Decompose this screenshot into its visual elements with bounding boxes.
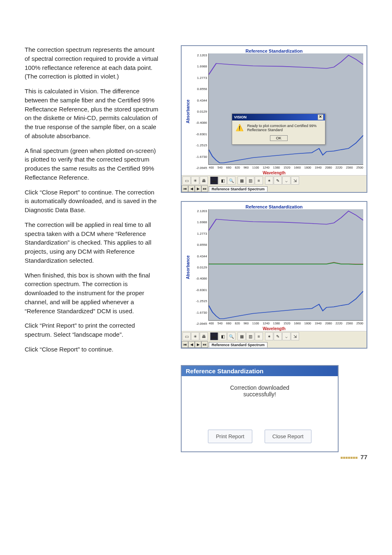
x-tick: 2500 xyxy=(356,166,363,169)
chart-area: 400 540 680 820 960 1100 1240 1380 1520 … xyxy=(208,53,363,165)
y-tick: 0.8558 xyxy=(192,87,207,91)
x-tick: 1100 xyxy=(252,321,259,325)
x-tick: 1800 xyxy=(304,321,311,325)
body-text-column: The correction spectrum represents the a… xyxy=(25,45,160,360)
paragraph: When finished, this box is shown with th… xyxy=(25,271,160,316)
figures-column: Reference Standardization Absorbance 2.1… xyxy=(181,45,367,452)
x-tick: 1380 xyxy=(273,166,280,169)
sheet-tab[interactable]: Reference Standard Spectrum xyxy=(209,342,267,347)
y-tick: -1.2515 xyxy=(192,299,207,303)
y-tick: 0.0129 xyxy=(192,110,207,113)
print-icon[interactable]: 🖶 xyxy=(200,332,208,340)
dialog-message: Ready to plot correction and Certified 9… xyxy=(247,124,322,132)
y-tick: -0.8301 xyxy=(192,132,207,136)
y-tick: 0.4344 xyxy=(192,99,207,102)
y-tick: 0.0129 xyxy=(192,266,207,269)
snowflake-icon[interactable]: ✳ xyxy=(191,176,199,185)
print-report-button[interactable]: Print Report xyxy=(208,430,252,443)
sheet-tab-row: ⏮ ◀ ▶ ⏭ Reference Standard Spectrum xyxy=(182,341,367,348)
dialog-title: VISION xyxy=(234,115,247,119)
x-tick: 1800 xyxy=(304,166,311,169)
x-tick: 1100 xyxy=(252,166,259,169)
y-ticks: 2.1203 1.6988 1.2773 0.8558 0.4344 0.012… xyxy=(191,53,208,170)
y-tick: -1.6730 xyxy=(192,311,207,314)
contrast-icon[interactable]: ◧ xyxy=(219,176,227,185)
ok-button[interactable]: OK xyxy=(270,135,288,141)
select-icon[interactable]: ▭ xyxy=(182,332,191,340)
bars-icon[interactable]: ▥ xyxy=(246,332,254,340)
grid-icon[interactable]: ▦ xyxy=(238,176,246,185)
status-line: successfully! xyxy=(243,391,276,398)
fill-icon[interactable]: ▬ xyxy=(210,176,218,185)
x-tick: 2360 xyxy=(346,321,353,325)
close-report-button[interactable]: Close Report xyxy=(265,430,311,443)
x-axis-label: Wavelength xyxy=(185,170,363,175)
zoom-icon[interactable]: 🔍 xyxy=(227,332,235,340)
y-tick: -2.0945 xyxy=(192,166,207,170)
dialog-titlebar: VISION ✕ xyxy=(232,114,325,120)
contrast-icon[interactable]: ◧ xyxy=(219,332,227,340)
y-tick: -0.4086 xyxy=(192,121,207,125)
next-sheet-button[interactable]: ▶ xyxy=(195,185,201,192)
y-tick: 1.2773 xyxy=(192,232,207,236)
tool-a-icon[interactable]: ✎ xyxy=(274,176,282,185)
x-tick: 2220 xyxy=(336,321,343,325)
export-icon[interactable]: ⇲ xyxy=(291,176,299,185)
close-icon[interactable]: ✕ xyxy=(318,114,323,120)
y-axis-label: Absorbance xyxy=(185,209,191,326)
sheet-tab-row: ⏮ ◀ ▶ ⏭ Reference Standard Spectrum xyxy=(182,185,367,192)
x-ticks: 400 540 680 820 960 1100 1240 1380 1520 … xyxy=(209,166,363,169)
trace-certified xyxy=(209,262,363,264)
last-sheet-button[interactable]: ⏭ xyxy=(201,341,208,348)
bars-icon[interactable]: ▥ xyxy=(246,176,254,185)
snowflake-icon[interactable]: ✳ xyxy=(191,332,199,340)
grid-icon[interactable]: ▦ xyxy=(238,332,246,340)
last-sheet-button[interactable]: ⏭ xyxy=(201,185,208,192)
y-tick: 0.8558 xyxy=(192,243,207,247)
chart-toolbar: ▭ ✳ 🖶 ▬ ◧ 🔍 ▦ ▥ ≡ ✶ ✎ ⌵ ⇲ xyxy=(182,331,367,341)
x-tick: 1660 xyxy=(294,166,301,169)
tool-a-icon[interactable]: ✎ xyxy=(274,332,282,340)
paragraph: Click “Print Report” to print the correc… xyxy=(25,321,160,339)
marker-icon[interactable]: ✶ xyxy=(265,176,273,185)
x-tick: 820 xyxy=(235,166,240,169)
x-tick: 2500 xyxy=(356,321,363,325)
chart-traces xyxy=(209,53,363,164)
y-tick: 2.1203 xyxy=(192,209,207,213)
lines-icon[interactable]: ≡ xyxy=(255,332,263,340)
trace-correction xyxy=(209,211,363,230)
trace-corrected xyxy=(209,263,363,264)
y-tick: -0.8301 xyxy=(192,288,207,292)
y-tick: 1.2773 xyxy=(192,76,207,80)
zoom-icon[interactable]: 🔍 xyxy=(227,176,235,185)
x-axis-label: Wavelength xyxy=(185,326,363,331)
prev-sheet-button[interactable]: ◀ xyxy=(188,185,195,192)
trace-correction xyxy=(209,55,363,74)
print-icon[interactable]: 🖶 xyxy=(200,176,208,185)
chart-toolbar: ▭ ✳ 🖶 ▬ ◧ 🔍 ▦ ▥ ≡ ✶ ✎ ⌵ ⇲ xyxy=(182,175,367,185)
first-sheet-button[interactable]: ⏮ xyxy=(182,341,188,348)
first-sheet-button[interactable]: ⏮ xyxy=(182,185,188,192)
next-sheet-button[interactable]: ▶ xyxy=(195,341,201,348)
sheet-tab[interactable]: Reference Standard Spectrum xyxy=(209,186,267,192)
select-icon[interactable]: ▭ xyxy=(182,176,191,185)
status-title: Reference Standardization xyxy=(182,366,338,376)
status-message: Correction downloaded successfully! xyxy=(182,376,338,426)
x-tick: 540 xyxy=(217,321,223,325)
y-tick: 1.6988 xyxy=(192,65,207,68)
tool-b-icon[interactable]: ⌵ xyxy=(282,332,291,340)
marker-icon[interactable]: ✶ xyxy=(265,332,273,340)
lines-icon[interactable]: ≡ xyxy=(255,176,263,185)
paragraph: The correction spectrum represents the a… xyxy=(25,45,160,81)
x-tick: 680 xyxy=(226,166,231,169)
footer-dots-icon xyxy=(341,453,358,460)
x-tick: 1240 xyxy=(263,166,270,169)
tool-b-icon[interactable]: ⌵ xyxy=(282,176,291,185)
prev-sheet-button[interactable]: ◀ xyxy=(188,341,195,348)
fill-icon[interactable]: ▬ xyxy=(210,332,218,340)
export-icon[interactable]: ⇲ xyxy=(291,332,299,340)
paragraph: This is calculated in Vision. The differ… xyxy=(25,87,160,141)
y-axis-label: Absorbance xyxy=(185,53,191,170)
x-tick: 1940 xyxy=(315,166,322,169)
chart-title: Reference Standardization xyxy=(185,204,363,209)
